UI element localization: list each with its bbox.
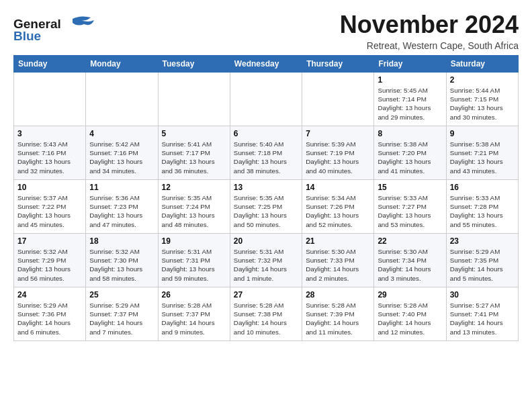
- day-number: 5: [162, 129, 226, 138]
- day-cell: 26Sunrise: 5:28 AMSunset: 7:37 PMDayligh…: [158, 287, 230, 341]
- day-number: 8: [378, 129, 442, 138]
- day-cell: 7Sunrise: 5:39 AMSunset: 7:19 PMDaylight…: [302, 126, 374, 180]
- day-cell: 17Sunrise: 5:32 AMSunset: 7:29 PMDayligh…: [14, 234, 86, 287]
- day-info: Sunrise: 5:38 AMSunset: 7:21 PMDaylight:…: [450, 140, 515, 175]
- day-info: Sunrise: 5:28 AMSunset: 7:37 PMDaylight:…: [162, 301, 226, 336]
- calendar-header: SundayMondayTuesdayWednesdayThursdayFrid…: [14, 56, 519, 73]
- day-cell: 15Sunrise: 5:33 AMSunset: 7:27 PMDayligh…: [374, 180, 446, 234]
- day-info: Sunrise: 5:32 AMSunset: 7:30 PMDaylight:…: [89, 247, 154, 283]
- day-info: Sunrise: 5:32 AMSunset: 7:29 PMDaylight:…: [17, 247, 82, 283]
- day-info: Sunrise: 5:29 AMSunset: 7:37 PMDaylight:…: [89, 301, 154, 336]
- day-info: Sunrise: 5:27 AMSunset: 7:41 PMDaylight:…: [450, 301, 515, 336]
- day-cell: 14Sunrise: 5:34 AMSunset: 7:26 PMDayligh…: [302, 180, 374, 234]
- day-info: Sunrise: 5:37 AMSunset: 7:22 PMDaylight:…: [17, 193, 82, 229]
- day-info: Sunrise: 5:40 AMSunset: 7:18 PMDaylight:…: [234, 140, 298, 175]
- day-cell: 3Sunrise: 5:43 AMSunset: 7:16 PMDaylight…: [14, 126, 86, 180]
- day-info: Sunrise: 5:28 AMSunset: 7:39 PMDaylight:…: [306, 301, 370, 336]
- header: General Blue November 2024 Retreat, West…: [13, 11, 519, 51]
- day-info: Sunrise: 5:35 AMSunset: 7:24 PMDaylight:…: [162, 193, 226, 229]
- day-number: 3: [17, 129, 82, 138]
- day-info: Sunrise: 5:31 AMSunset: 7:32 PMDaylight:…: [234, 247, 298, 283]
- day-info: Sunrise: 5:36 AMSunset: 7:23 PMDaylight:…: [89, 193, 154, 229]
- day-info: Sunrise: 5:30 AMSunset: 7:34 PMDaylight:…: [378, 247, 442, 283]
- logo-text: General Blue: [13, 13, 101, 46]
- day-number: 6: [234, 129, 298, 138]
- day-cell: 27Sunrise: 5:28 AMSunset: 7:38 PMDayligh…: [230, 287, 302, 341]
- day-info: Sunrise: 5:28 AMSunset: 7:38 PMDaylight:…: [234, 301, 298, 336]
- day-number: 1: [378, 75, 442, 85]
- day-number: 23: [450, 236, 515, 246]
- day-info: Sunrise: 5:34 AMSunset: 7:26 PMDaylight:…: [306, 193, 370, 229]
- day-number: 9: [450, 129, 515, 138]
- day-number: 28: [306, 290, 370, 300]
- day-number: 16: [450, 183, 515, 192]
- logo: General Blue: [13, 11, 101, 46]
- day-cell: [14, 73, 86, 126]
- day-number: 17: [17, 236, 82, 246]
- day-cell: 28Sunrise: 5:28 AMSunset: 7:39 PMDayligh…: [302, 287, 374, 341]
- day-number: 15: [378, 183, 442, 192]
- day-info: Sunrise: 5:43 AMSunset: 7:16 PMDaylight:…: [17, 140, 82, 175]
- day-info: Sunrise: 5:35 AMSunset: 7:25 PMDaylight:…: [234, 193, 298, 229]
- day-number: 7: [306, 129, 370, 138]
- day-number: 30: [450, 290, 515, 300]
- day-number: 11: [89, 183, 154, 192]
- header-row: SundayMondayTuesdayWednesdayThursdayFrid…: [14, 56, 519, 73]
- header-cell-monday: Monday: [86, 56, 158, 73]
- day-number: 14: [306, 183, 370, 192]
- day-number: 19: [162, 236, 226, 246]
- day-info: Sunrise: 5:45 AMSunset: 7:14 PMDaylight:…: [378, 86, 442, 122]
- day-number: 20: [234, 236, 298, 246]
- day-cell: 6Sunrise: 5:40 AMSunset: 7:18 PMDaylight…: [230, 126, 302, 180]
- day-cell: 1Sunrise: 5:45 AMSunset: 7:14 PMDaylight…: [374, 73, 446, 126]
- week-row-2: 3Sunrise: 5:43 AMSunset: 7:16 PMDaylight…: [14, 126, 519, 180]
- calendar-table: SundayMondayTuesdayWednesdayThursdayFrid…: [13, 55, 519, 341]
- day-cell: 30Sunrise: 5:27 AMSunset: 7:41 PMDayligh…: [446, 287, 518, 341]
- day-cell: 23Sunrise: 5:29 AMSunset: 7:35 PMDayligh…: [446, 234, 518, 287]
- day-number: 12: [162, 183, 226, 192]
- day-info: Sunrise: 5:30 AMSunset: 7:33 PMDaylight:…: [306, 247, 370, 283]
- header-cell-saturday: Saturday: [446, 56, 518, 73]
- day-cell: 25Sunrise: 5:29 AMSunset: 7:37 PMDayligh…: [86, 287, 158, 341]
- day-cell: 20Sunrise: 5:31 AMSunset: 7:32 PMDayligh…: [230, 234, 302, 287]
- day-number: 27: [234, 290, 298, 300]
- day-number: 21: [306, 236, 370, 246]
- title-area: November 2024 Retreat, Western Cape, Sou…: [340, 11, 519, 51]
- day-number: 24: [17, 290, 82, 300]
- week-row-4: 17Sunrise: 5:32 AMSunset: 7:29 PMDayligh…: [14, 234, 519, 287]
- month-title: November 2024: [340, 11, 519, 39]
- week-row-5: 24Sunrise: 5:29 AMSunset: 7:36 PMDayligh…: [14, 287, 519, 341]
- day-number: 25: [89, 290, 154, 300]
- day-number: 26: [162, 290, 226, 300]
- day-cell: [158, 73, 230, 126]
- day-cell: 2Sunrise: 5:44 AMSunset: 7:15 PMDaylight…: [446, 73, 518, 126]
- svg-text:Blue: Blue: [13, 29, 41, 43]
- day-cell: 29Sunrise: 5:28 AMSunset: 7:40 PMDayligh…: [374, 287, 446, 341]
- day-cell: 13Sunrise: 5:35 AMSunset: 7:25 PMDayligh…: [230, 180, 302, 234]
- day-cell: 5Sunrise: 5:41 AMSunset: 7:17 PMDaylight…: [158, 126, 230, 180]
- header-cell-thursday: Thursday: [302, 56, 374, 73]
- header-cell-sunday: Sunday: [14, 56, 86, 73]
- day-number: 10: [17, 183, 82, 192]
- day-cell: 9Sunrise: 5:38 AMSunset: 7:21 PMDaylight…: [446, 126, 518, 180]
- day-info: Sunrise: 5:39 AMSunset: 7:19 PMDaylight:…: [306, 140, 370, 175]
- day-cell: 19Sunrise: 5:31 AMSunset: 7:31 PMDayligh…: [158, 234, 230, 287]
- day-info: Sunrise: 5:28 AMSunset: 7:40 PMDaylight:…: [378, 301, 442, 336]
- day-info: Sunrise: 5:38 AMSunset: 7:20 PMDaylight:…: [378, 140, 442, 175]
- day-cell: 21Sunrise: 5:30 AMSunset: 7:33 PMDayligh…: [302, 234, 374, 287]
- day-cell: [302, 73, 374, 126]
- day-number: 4: [89, 129, 154, 138]
- day-cell: 24Sunrise: 5:29 AMSunset: 7:36 PMDayligh…: [14, 287, 86, 341]
- day-info: Sunrise: 5:33 AMSunset: 7:27 PMDaylight:…: [378, 193, 442, 229]
- week-row-3: 10Sunrise: 5:37 AMSunset: 7:22 PMDayligh…: [14, 180, 519, 234]
- header-cell-friday: Friday: [374, 56, 446, 73]
- day-cell: 8Sunrise: 5:38 AMSunset: 7:20 PMDaylight…: [374, 126, 446, 180]
- day-number: 2: [450, 75, 515, 85]
- day-cell: 16Sunrise: 5:33 AMSunset: 7:28 PMDayligh…: [446, 180, 518, 234]
- day-number: 18: [89, 236, 154, 246]
- day-info: Sunrise: 5:29 AMSunset: 7:36 PMDaylight:…: [17, 301, 82, 336]
- day-number: 29: [378, 290, 442, 300]
- day-cell: [86, 73, 158, 126]
- day-cell: 11Sunrise: 5:36 AMSunset: 7:23 PMDayligh…: [86, 180, 158, 234]
- day-cell: 18Sunrise: 5:32 AMSunset: 7:30 PMDayligh…: [86, 234, 158, 287]
